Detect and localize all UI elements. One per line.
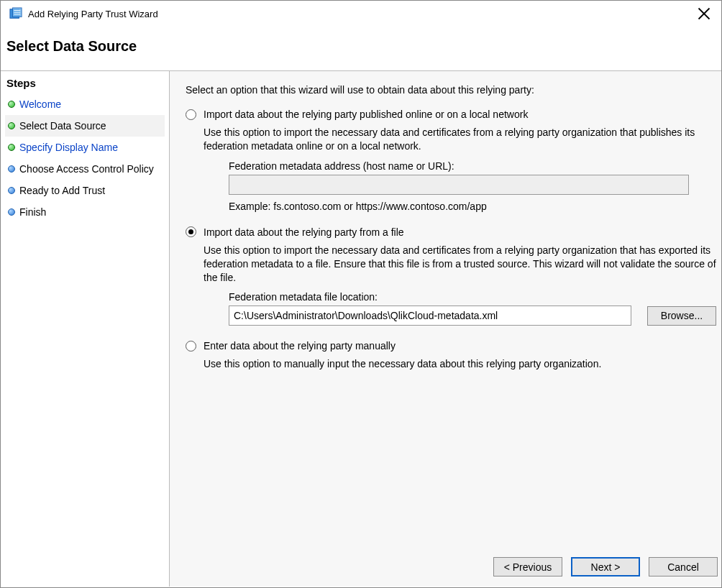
window-title: Add Relying Party Trust Wizard <box>28 9 701 19</box>
option-enter-manually: Enter data about the relying party manua… <box>186 340 716 371</box>
file-input-wrap <box>229 306 631 326</box>
step-label: Ready to Add Trust <box>19 185 105 196</box>
step-dot-icon <box>8 122 15 129</box>
option-title: Import data about the relying party publ… <box>204 109 528 120</box>
step-dot-icon <box>8 165 15 173</box>
content-inner: Select an option that this wizard will u… <box>186 84 716 574</box>
metadata-file-label: Federation metadata file location: <box>229 291 716 303</box>
step-finish[interactable]: Finish <box>5 201 165 223</box>
step-specify-display-name[interactable]: Specify Display Name <box>5 137 165 158</box>
option-desc: Use this option to manually input the ne… <box>204 357 716 371</box>
option-header: Enter data about the relying party manua… <box>186 340 716 352</box>
close-icon <box>698 7 710 20</box>
step-dot-icon <box>8 187 15 194</box>
step-label: Specify Display Name <box>19 142 118 153</box>
file-row: Browse... <box>229 306 716 326</box>
step-ready-to-add-trust[interactable]: Ready to Add Trust <box>5 180 165 201</box>
step-select-data-source[interactable]: Select Data Source <box>5 115 165 137</box>
titlebar: Add Relying Party Trust Wizard <box>1 1 721 27</box>
option-import-file: Import data about the relying party from… <box>186 226 716 326</box>
app-icon <box>9 7 22 20</box>
steps-heading: Steps <box>5 75 165 93</box>
step-label: Finish <box>19 206 46 218</box>
step-label: Select Data Source <box>19 120 106 132</box>
browse-button[interactable]: Browse... <box>647 306 716 326</box>
option-title: Import data about the relying party from… <box>204 226 404 238</box>
option-desc: Use this option to import the necessary … <box>204 244 716 285</box>
cancel-button[interactable]: Cancel <box>649 557 718 576</box>
metadata-file-input[interactable] <box>229 306 631 326</box>
intro-text: Select an option that this wizard will u… <box>186 84 716 96</box>
radio-import-online[interactable] <box>186 109 196 120</box>
radio-enter-manually[interactable] <box>186 341 196 352</box>
wizard-footer: < Previous Next > Cancel <box>493 557 718 576</box>
next-button[interactable]: Next > <box>571 557 640 576</box>
option-desc: Use this option to import the necessary … <box>204 126 716 153</box>
content-pane: Select an option that this wizard will u… <box>170 71 722 587</box>
metadata-address-example: Example: fs.contoso.com or https://www.c… <box>229 201 716 212</box>
option-import-online: Import data about the relying party publ… <box>186 109 716 212</box>
metadata-address-input[interactable] <box>229 175 689 195</box>
step-choose-access-control-policy[interactable]: Choose Access Control Policy <box>5 158 165 180</box>
option-header: Import data about the relying party from… <box>186 226 716 238</box>
option-header: Import data about the relying party publ… <box>186 109 716 120</box>
radio-import-file[interactable] <box>186 226 196 237</box>
wizard-body: Steps Welcome Select Data Source Specify… <box>1 70 721 587</box>
steps-sidebar: Steps Welcome Select Data Source Specify… <box>1 71 170 587</box>
step-label: Choose Access Control Policy <box>19 163 154 175</box>
step-welcome[interactable]: Welcome <box>5 93 165 115</box>
step-dot-icon <box>8 101 15 108</box>
option-title: Enter data about the relying party manua… <box>204 340 396 352</box>
metadata-address-label: Federation metadata address (host name o… <box>229 160 716 172</box>
field-block: Federation metadata address (host name o… <box>229 160 716 212</box>
close-button[interactable] <box>701 8 713 19</box>
page-heading: Select Data Source <box>1 27 721 70</box>
step-label: Welcome <box>19 98 61 110</box>
previous-button[interactable]: < Previous <box>493 557 562 576</box>
step-dot-icon <box>8 208 15 216</box>
step-dot-icon <box>8 144 15 151</box>
